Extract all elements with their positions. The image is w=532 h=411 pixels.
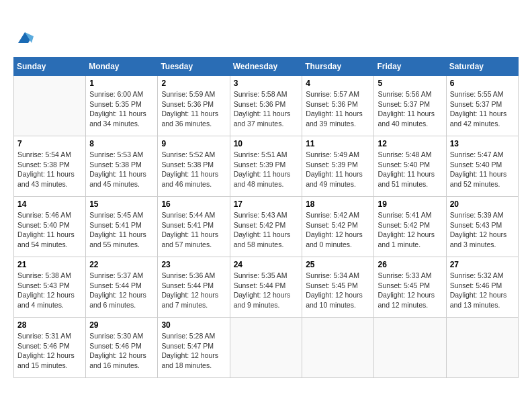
day-number: 10: [234, 139, 299, 148]
calendar-day-cell: 30Sunrise: 5:28 AMSunset: 5:47 PMDayligh…: [158, 318, 230, 378]
day-number: 11: [306, 139, 370, 148]
calendar-day-cell: 4Sunrise: 5:57 AMSunset: 5:36 PMDaylight…: [302, 76, 374, 136]
calendar-day-cell: [230, 318, 302, 378]
calendar-day-header: Friday: [374, 58, 446, 76]
calendar-day-cell: 1Sunrise: 6:00 AMSunset: 5:35 PMDaylight…: [86, 76, 158, 136]
day-number: 9: [161, 139, 226, 148]
day-info: Sunrise: 5:59 AMSunset: 5:36 PMDaylight:…: [161, 89, 226, 129]
calendar-day-cell: 20Sunrise: 5:39 AMSunset: 5:43 PMDayligh…: [446, 197, 518, 257]
day-number: 27: [450, 260, 515, 269]
day-info: Sunrise: 5:58 AMSunset: 5:36 PMDaylight:…: [234, 89, 299, 129]
calendar-day-cell: [302, 318, 374, 378]
day-info: Sunrise: 5:36 AMSunset: 5:44 PMDaylight:…: [161, 271, 226, 310]
day-info: Sunrise: 5:37 AMSunset: 5:44 PMDaylight:…: [89, 271, 154, 310]
page-header: [13, 13, 519, 50]
day-info: Sunrise: 5:54 AMSunset: 5:38 PMDaylight:…: [17, 150, 82, 189]
calendar-day-cell: 7Sunrise: 5:54 AMSunset: 5:38 PMDaylight…: [14, 136, 86, 197]
calendar-day-cell: 26Sunrise: 5:33 AMSunset: 5:45 PMDayligh…: [374, 257, 446, 318]
day-info: Sunrise: 5:39 AMSunset: 5:43 PMDaylight:…: [450, 210, 515, 250]
day-info: Sunrise: 5:47 AMSunset: 5:40 PMDaylight:…: [450, 150, 515, 189]
calendar-day-cell: 3Sunrise: 5:58 AMSunset: 5:36 PMDaylight…: [230, 76, 302, 136]
day-number: 15: [89, 199, 154, 209]
calendar-day-cell: 24Sunrise: 5:35 AMSunset: 5:44 PMDayligh…: [230, 257, 302, 318]
calendar-day-cell: 14Sunrise: 5:46 AMSunset: 5:40 PMDayligh…: [14, 197, 86, 257]
calendar-day-cell: 23Sunrise: 5:36 AMSunset: 5:44 PMDayligh…: [158, 257, 230, 318]
calendar-week-row: 14Sunrise: 5:46 AMSunset: 5:40 PMDayligh…: [14, 197, 519, 257]
calendar-body: 1Sunrise: 6:00 AMSunset: 5:35 PMDaylight…: [14, 76, 519, 378]
calendar-table: SundayMondayTuesdayWednesdayThursdayFrid…: [13, 57, 519, 378]
calendar-week-row: 21Sunrise: 5:38 AMSunset: 5:43 PMDayligh…: [14, 257, 519, 318]
day-info: Sunrise: 5:31 AMSunset: 5:46 PMDaylight:…: [17, 331, 82, 371]
day-number: 26: [378, 260, 442, 269]
logo-icon: [15, 28, 35, 48]
day-info: Sunrise: 5:41 AMSunset: 5:42 PMDaylight:…: [378, 210, 442, 250]
day-number: 14: [17, 199, 82, 209]
day-number: 28: [17, 320, 82, 330]
day-info: Sunrise: 5:35 AMSunset: 5:44 PMDaylight:…: [234, 271, 299, 310]
calendar-day-cell: 15Sunrise: 5:45 AMSunset: 5:41 PMDayligh…: [86, 197, 158, 257]
day-info: Sunrise: 5:48 AMSunset: 5:40 PMDaylight:…: [378, 150, 442, 189]
day-info: Sunrise: 5:43 AMSunset: 5:42 PMDaylight:…: [234, 210, 299, 250]
calendar-day-header: Wednesday: [230, 58, 302, 76]
calendar-header-row: SundayMondayTuesdayWednesdayThursdayFrid…: [14, 58, 519, 76]
day-info: Sunrise: 5:42 AMSunset: 5:42 PMDaylight:…: [306, 210, 370, 250]
calendar-day-cell: 12Sunrise: 5:48 AMSunset: 5:40 PMDayligh…: [374, 136, 446, 197]
calendar-day-cell: [446, 318, 518, 378]
day-info: Sunrise: 5:55 AMSunset: 5:37 PMDaylight:…: [450, 89, 515, 129]
calendar-day-cell: 29Sunrise: 5:30 AMSunset: 5:46 PMDayligh…: [86, 318, 158, 378]
day-info: Sunrise: 5:45 AMSunset: 5:41 PMDaylight:…: [89, 210, 154, 250]
calendar-day-cell: [374, 318, 446, 378]
day-number: 23: [161, 260, 226, 269]
calendar-day-cell: 13Sunrise: 5:47 AMSunset: 5:40 PMDayligh…: [446, 136, 518, 197]
logo: [13, 13, 23, 50]
day-info: Sunrise: 5:33 AMSunset: 5:45 PMDaylight:…: [378, 271, 442, 310]
calendar-day-header: Tuesday: [158, 58, 230, 76]
day-number: 19: [378, 199, 442, 209]
calendar-day-cell: 28Sunrise: 5:31 AMSunset: 5:46 PMDayligh…: [14, 318, 86, 378]
calendar-day-cell: 2Sunrise: 5:59 AMSunset: 5:36 PMDaylight…: [158, 76, 230, 136]
calendar-day-header: Thursday: [302, 58, 374, 76]
calendar-day-header: Monday: [86, 58, 158, 76]
calendar-day-cell: 22Sunrise: 5:37 AMSunset: 5:44 PMDayligh…: [86, 257, 158, 318]
day-number: 5: [378, 79, 442, 88]
day-number: 21: [17, 260, 82, 269]
calendar-day-cell: 6Sunrise: 5:55 AMSunset: 5:37 PMDaylight…: [446, 76, 518, 136]
calendar-day-cell: 8Sunrise: 5:53 AMSunset: 5:38 PMDaylight…: [86, 136, 158, 197]
day-number: 17: [234, 199, 299, 209]
day-number: 2: [161, 79, 226, 88]
day-info: Sunrise: 5:44 AMSunset: 5:41 PMDaylight:…: [161, 210, 226, 250]
day-number: 18: [306, 199, 370, 209]
day-number: 7: [17, 139, 82, 148]
calendar-week-row: 28Sunrise: 5:31 AMSunset: 5:46 PMDayligh…: [14, 318, 519, 378]
day-number: 8: [89, 139, 154, 148]
day-number: 1: [89, 79, 154, 88]
calendar-week-row: 7Sunrise: 5:54 AMSunset: 5:38 PMDaylight…: [14, 136, 519, 197]
day-info: Sunrise: 5:38 AMSunset: 5:43 PMDaylight:…: [17, 271, 82, 310]
day-number: 24: [234, 260, 299, 269]
day-info: Sunrise: 5:49 AMSunset: 5:39 PMDaylight:…: [306, 150, 370, 189]
day-number: 3: [234, 79, 299, 88]
day-info: Sunrise: 5:30 AMSunset: 5:46 PMDaylight:…: [89, 331, 154, 371]
day-number: 16: [161, 199, 226, 209]
calendar-day-cell: 18Sunrise: 5:42 AMSunset: 5:42 PMDayligh…: [302, 197, 374, 257]
day-info: Sunrise: 5:32 AMSunset: 5:46 PMDaylight:…: [450, 271, 515, 310]
calendar-day-header: Saturday: [446, 58, 518, 76]
calendar-day-cell: 27Sunrise: 5:32 AMSunset: 5:46 PMDayligh…: [446, 257, 518, 318]
day-number: 13: [450, 139, 515, 148]
day-info: Sunrise: 5:46 AMSunset: 5:40 PMDaylight:…: [17, 210, 82, 250]
day-number: 4: [306, 79, 370, 88]
day-number: 12: [378, 139, 442, 148]
day-number: 22: [89, 260, 154, 269]
calendar-day-cell: [14, 76, 86, 136]
calendar-week-row: 1Sunrise: 6:00 AMSunset: 5:35 PMDaylight…: [14, 76, 519, 136]
calendar-day-cell: 17Sunrise: 5:43 AMSunset: 5:42 PMDayligh…: [230, 197, 302, 257]
day-info: Sunrise: 5:57 AMSunset: 5:36 PMDaylight:…: [306, 89, 370, 129]
day-info: Sunrise: 5:56 AMSunset: 5:37 PMDaylight:…: [378, 89, 442, 129]
calendar-day-cell: 19Sunrise: 5:41 AMSunset: 5:42 PMDayligh…: [374, 197, 446, 257]
calendar-day-cell: 16Sunrise: 5:44 AMSunset: 5:41 PMDayligh…: [158, 197, 230, 257]
calendar-day-cell: 9Sunrise: 5:52 AMSunset: 5:38 PMDaylight…: [158, 136, 230, 197]
day-info: Sunrise: 5:34 AMSunset: 5:45 PMDaylight:…: [306, 271, 370, 310]
day-number: 30: [161, 320, 226, 330]
day-number: 29: [89, 320, 154, 330]
calendar-day-cell: 5Sunrise: 5:56 AMSunset: 5:37 PMDaylight…: [374, 76, 446, 136]
